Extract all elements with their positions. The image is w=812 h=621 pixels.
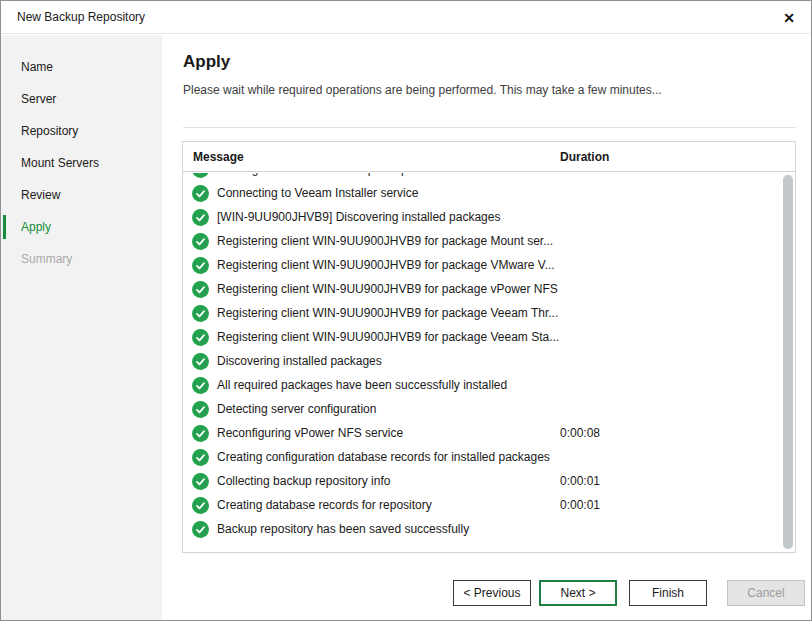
footer-button-bar: < PreviousNext >FinishCancel bbox=[162, 570, 811, 620]
success-check-icon bbox=[192, 521, 209, 538]
close-icon[interactable]: ✕ bbox=[779, 8, 799, 28]
sidebar-item-mount-servers[interactable]: Mount Servers bbox=[1, 147, 162, 179]
table-row[interactable]: Backup repository has been saved success… bbox=[184, 517, 794, 541]
table-row[interactable]: Detecting server configuration bbox=[184, 397, 794, 421]
message-cell: Registering client WIN-9UU900JHVB9 for p… bbox=[217, 306, 558, 320]
duration-cell: 0:00:08 bbox=[560, 426, 600, 440]
success-check-icon bbox=[192, 257, 209, 274]
message-cell: Creating configuration database records … bbox=[217, 450, 550, 464]
sidebar-item-label: Name bbox=[21, 60, 53, 74]
table-row[interactable]: Registering client WIN-9UU900JHVB9 for p… bbox=[184, 253, 794, 277]
success-check-icon bbox=[192, 473, 209, 490]
new-backup-repository-dialog: New Backup Repository ✕ NameServerReposi… bbox=[0, 0, 812, 621]
table-header: Message Duration bbox=[183, 142, 795, 172]
success-check-icon bbox=[192, 209, 209, 226]
sidebar-item-label: Mount Servers bbox=[21, 156, 99, 170]
message-list: Starting infrastructure item update proc… bbox=[184, 173, 794, 541]
message-cell: Starting infrastructure item update proc… bbox=[217, 173, 443, 176]
message-cell: Reconfiguring vPower NFS service bbox=[217, 426, 403, 440]
sidebar-item-name[interactable]: Name bbox=[1, 51, 162, 83]
table-row[interactable]: [WIN-9UU900JHVB9] Discovering installed … bbox=[184, 205, 794, 229]
table-row[interactable]: Creating configuration database records … bbox=[184, 445, 794, 469]
previous-button[interactable]: < Previous bbox=[453, 580, 531, 606]
message-cell: Registering client WIN-9UU900JHVB9 for p… bbox=[217, 330, 559, 344]
success-check-icon bbox=[192, 377, 209, 394]
success-check-icon bbox=[192, 425, 209, 442]
message-cell: Registering client WIN-9UU900JHVB9 for p… bbox=[217, 258, 555, 272]
message-cell: Discovering installed packages bbox=[217, 354, 382, 368]
message-cell: Registering client WIN-9UU900JHVB9 for p… bbox=[217, 282, 558, 296]
main-panel: Apply Please wait while required operati… bbox=[162, 35, 811, 620]
message-cell: Connecting to Veeam Installer service bbox=[217, 186, 418, 200]
table-row[interactable]: Registering client WIN-9UU900JHVB9 for p… bbox=[184, 277, 794, 301]
table-row[interactable]: Connecting to Veeam Installer service bbox=[184, 181, 794, 205]
sidebar-item-summary: Summary bbox=[1, 243, 162, 275]
titlebar: New Backup Repository ✕ bbox=[1, 1, 811, 34]
success-check-icon bbox=[192, 305, 209, 322]
sidebar-item-repository[interactable]: Repository bbox=[1, 115, 162, 147]
table-row[interactable]: Collecting backup repository info0:00:01 bbox=[184, 469, 794, 493]
table-row[interactable]: Starting infrastructure item update proc… bbox=[184, 173, 794, 181]
message-cell: Registering client WIN-9UU900JHVB9 for p… bbox=[217, 234, 553, 248]
table-row[interactable]: Registering client WIN-9UU900JHVB9 for p… bbox=[184, 301, 794, 325]
message-cell: [WIN-9UU900JHVB9] Discovering installed … bbox=[217, 210, 500, 224]
success-check-icon bbox=[192, 173, 209, 178]
wizard-steps-sidebar: NameServerRepositoryMount ServersReviewA… bbox=[1, 35, 162, 620]
success-check-icon bbox=[192, 233, 209, 250]
table-row[interactable]: Creating database records for repository… bbox=[184, 493, 794, 517]
column-header-message: Message bbox=[193, 150, 244, 164]
message-cell: Backup repository has been saved success… bbox=[217, 522, 469, 536]
column-header-duration: Duration bbox=[560, 150, 609, 164]
table-row[interactable]: Registering client WIN-9UU900JHVB9 for p… bbox=[184, 229, 794, 253]
sidebar-item-label: Review bbox=[21, 188, 60, 202]
success-check-icon bbox=[192, 497, 209, 514]
sidebar-item-label: Summary bbox=[21, 252, 72, 266]
sidebar-item-apply[interactable]: Apply bbox=[1, 211, 162, 243]
sidebar-item-label: Server bbox=[21, 92, 56, 106]
duration-cell: 0:00:01 bbox=[560, 474, 600, 488]
sidebar-item-label: Repository bbox=[21, 124, 78, 138]
table-row[interactable]: Registering client WIN-9UU900JHVB9 for p… bbox=[184, 325, 794, 349]
success-check-icon bbox=[192, 329, 209, 346]
success-check-icon bbox=[192, 401, 209, 418]
scrollbar-thumb[interactable] bbox=[783, 175, 793, 549]
sidebar-item-review[interactable]: Review bbox=[1, 179, 162, 211]
table-row[interactable]: Reconfiguring vPower NFS service0:00:08 bbox=[184, 421, 794, 445]
page-subtitle: Please wait while required operations ar… bbox=[183, 83, 662, 97]
message-list-viewport: Starting infrastructure item update proc… bbox=[184, 173, 794, 551]
table-row[interactable]: Discovering installed packages bbox=[184, 349, 794, 373]
message-cell: Detecting server configuration bbox=[217, 402, 376, 416]
message-cell: Collecting backup repository info bbox=[217, 474, 390, 488]
success-check-icon bbox=[192, 449, 209, 466]
table-row[interactable]: All required packages have been successf… bbox=[184, 373, 794, 397]
message-cell: All required packages have been successf… bbox=[217, 378, 507, 392]
success-check-icon bbox=[192, 281, 209, 298]
duration-cell: 0:00:01 bbox=[560, 498, 600, 512]
finish-button[interactable]: Finish bbox=[629, 580, 707, 606]
next-button[interactable]: Next > bbox=[539, 580, 617, 606]
success-check-icon bbox=[192, 353, 209, 370]
success-check-icon bbox=[192, 185, 209, 202]
sidebar-item-server[interactable]: Server bbox=[1, 83, 162, 115]
message-cell: Creating database records for repository bbox=[217, 498, 432, 512]
vertical-scrollbar[interactable] bbox=[783, 174, 793, 550]
page-title: Apply bbox=[183, 52, 230, 72]
duration-cell: 0:00:03 bbox=[560, 173, 600, 176]
sidebar-item-label: Apply bbox=[21, 220, 51, 234]
progress-table: Message Duration Starting infrastructure… bbox=[182, 141, 796, 553]
window-title: New Backup Repository bbox=[17, 10, 145, 24]
header-divider bbox=[183, 127, 796, 128]
cancel-button: Cancel bbox=[727, 580, 805, 606]
